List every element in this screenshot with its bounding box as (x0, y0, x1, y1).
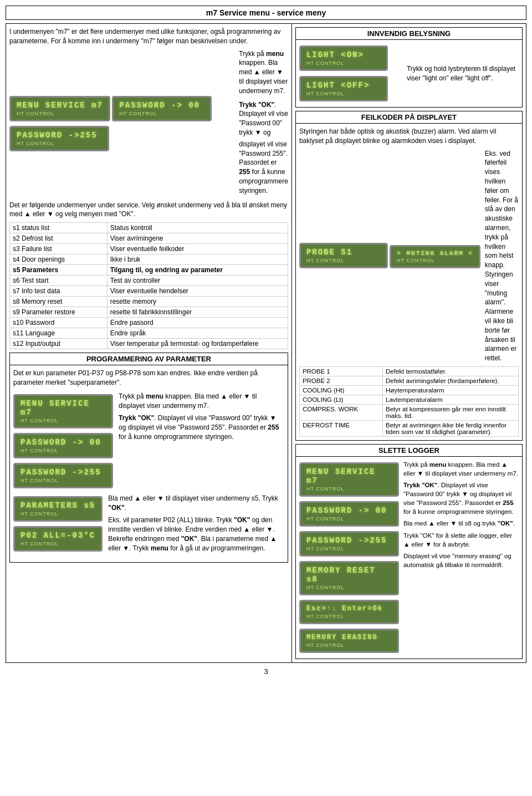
desc1-text: Trykk på menu knappen. Bla med ▲ eller ▼… (239, 49, 288, 96)
prog-desc-1-col: Trykk på menu knappen. Bla med ▲ eller ▼… (119, 392, 284, 444)
table-row: s3 Failure listViser eventuelle feilkode… (10, 244, 288, 254)
table-row: s2 Defrost listViser avrimingene (10, 233, 288, 244)
prog-lcd-pw255-sub: HT CONTROL (21, 478, 106, 483)
lcd-muting: > MUTING ALARM < HT CONTROL (390, 245, 480, 268)
feil-code: COOLING (Ht) (299, 385, 382, 395)
feilkoder-content: Styringen har både optisk og akustisk (b… (296, 124, 522, 440)
table-row: s6 Test startTest av controller (10, 275, 288, 286)
prog-lcd-pw00-text: PASSWORD -> 00 (21, 438, 106, 447)
lcd-probe: PROBE S1 HT CONTROL (299, 243, 388, 268)
lcd-password-00: PASSWORD -> 00 HT CONTROL (112, 96, 212, 121)
prog-lcds-1: MENU SERVICE m7 HT CONTROL PASSWORD -> 0… (13, 392, 113, 491)
prog-lcd-menu-text: MENU SERVICE m7 (21, 399, 106, 417)
lcd-password-255: PASSWORD ->255 HT CONTROL (9, 126, 109, 151)
submenu-desc: Viser avrimingene (107, 233, 288, 244)
lcd-muting-text: > MUTING ALARM < (397, 250, 473, 257)
table-row: s9 Parameter restoreresette til fabrikki… (10, 307, 288, 318)
submenu-item: s3 Failure list (10, 244, 108, 254)
lcd-menu-service-text: MENU SERVICE m7 (17, 101, 103, 110)
prog-lcd-pw255-text: PASSWORD ->255 (21, 468, 106, 477)
prog-section: PROGRAMMERING AV PARAMETER Det er kun pa… (9, 353, 288, 562)
slette-lcd1-text: MENU SERVICE m7 (306, 467, 392, 485)
submenu-desc: Status kontroll (107, 223, 288, 233)
prog-lcd-params: PARAMETERS s5 HT CONTROL (13, 496, 103, 522)
table-row: s12 Input/outputViser temperatur på term… (10, 339, 288, 349)
slette-lcd6: MEMORY ERASING HT CONTROL (299, 629, 399, 653)
feilkoder-intro: Styringen har både optisk og akustisk (b… (299, 127, 519, 146)
table-row: s5 ParametersTilgang til, og endring av … (10, 265, 288, 275)
slette-lcd4-sub: HT CONTROL (306, 585, 392, 590)
lcd-light-off: LIGHT <OFF> HT CONTROL (299, 76, 388, 101)
lcd-password-255-text: PASSWORD ->255 (17, 131, 102, 140)
desc2-text: Trykk "OK". Displayet vil vise "Password… (239, 100, 288, 137)
prog-lcds-2: PARAMETERS s5 HT CONTROL P02 ALL=-03°C H… (13, 494, 103, 554)
prog-lcd-pw255: PASSWORD ->255 HT CONTROL (13, 463, 113, 488)
slette-lcd3-text: PASSWORD ->255 (306, 536, 392, 545)
prog-lcd-menu-sub: HT CONTROL (21, 418, 106, 423)
prog-lcd-p02-text: P02 ALL=-03°C (21, 531, 95, 540)
lcd-light-on-sub: HT CONTROL (306, 60, 381, 66)
prog-lcd-params-text: PARAMETERS s5 (21, 501, 95, 510)
slette-lcd5-sub: HT CONTROL (306, 614, 392, 619)
submenu-item: s8 Memory reset (10, 297, 108, 307)
submenu-desc: Viser eventuelle feilkoder (107, 244, 288, 254)
slette-desc1: Trykk på menu knappen. Bla med ▲ eller ▼… (403, 460, 519, 478)
submenu-item-s5: s5 Parameters (10, 265, 108, 275)
lcd-desc-1: Trykk på menu knappen. Bla med ▲ eller ▼… (239, 49, 288, 198)
slette-desc3: Bla med ▲ eller ▼ til s8 og trykk "OK". (403, 519, 519, 528)
lcd-password-00-text: PASSWORD -> 00 (119, 101, 204, 110)
prog-lcd-p02: P02 ALL=-03°C HT CONTROL (13, 526, 103, 552)
prog-lcd-pw00-sub: HT CONTROL (21, 448, 106, 453)
feil-code: PROBE 1 (299, 366, 382, 376)
submenu-item: s7 Info test data (10, 286, 108, 297)
slette-lcd2-text: PASSWORD -> 00 (306, 506, 392, 515)
slette-content: MENU SERVICE m7 HT CONTROL PASSWORD -> 0… (296, 457, 522, 659)
two-col-layout: I undermenyen "m7" er det flere undermen… (6, 23, 526, 663)
submenu-desc: resette memory (107, 297, 288, 307)
table-row: COMPRES. WORKBetyr at kompressoren går m… (299, 404, 518, 420)
submenu-item: s2 Defrost list (10, 233, 108, 244)
intro-text: I undermenyen "m7" er det flere undermen… (9, 27, 288, 46)
slette-lcd2: PASSWORD -> 00 HT CONTROL (299, 501, 399, 527)
slette-desc-col: Trykk på menu knappen. Bla med ▲ eller ▼… (403, 460, 519, 572)
lcd-light-off-sub: HT CONTROL (306, 91, 381, 96)
feil-code: COMPRES. WORK (299, 404, 382, 420)
slette-desc2: Trykk "OK". Displayet vil vise "Password… (403, 481, 519, 516)
table-row: PROBE 1Defekt termostatføler. (299, 366, 518, 376)
submenu-desc: resette til fabrikkinnstillinger (107, 307, 288, 318)
innvendig-header: INNVENDIG BELYSNING (296, 28, 522, 40)
submenu-item: s10 Password (10, 318, 108, 328)
feil-code: PROBE 2 (299, 376, 382, 385)
table-row: s8 Memory resetresette memory (10, 297, 288, 307)
desc3-text: displayet vil vise "Password 255". Passo… (239, 140, 288, 196)
right-column: INNVENDIG BELYSNING LIGHT <ON> HT CONTRO… (292, 24, 526, 662)
feil-desc: Defekt termostatføler. (383, 366, 519, 376)
submenu-item: s1 status list (10, 223, 108, 233)
slette-lcd-col: MENU SERVICE m7 HT CONTROL PASSWORD -> 0… (299, 460, 399, 655)
submenu-desc-s5: Tilgang til, og endring av parameter (107, 265, 288, 275)
probe-desc: Eks. ved følerfeil vises hvilken føler o… (485, 149, 519, 363)
slette-desc4: Trykk "OK" for å slette alle logger, ell… (403, 531, 519, 549)
lcd-muting-sub: HT CONTROL (397, 258, 473, 263)
slette-lcd3: PASSWORD ->255 HT CONTROL (299, 531, 399, 557)
prog-desc3: Bla med ▲ eller ▼ til displayet viser un… (108, 494, 284, 513)
table-row: s10 PasswordEndre passord (10, 318, 288, 328)
submenu-item: s6 Test start (10, 275, 108, 286)
slette-desc5: Displayet vil vise "memory erasing" og a… (403, 552, 519, 569)
innvendig-section: INNVENDIG BELYSNING LIGHT <ON> HT CONTRO… (295, 27, 523, 108)
lcd-light-off-text: LIGHT <OFF> (306, 81, 381, 90)
feil-table: PROBE 1Defekt termostatføler. PROBE 2Def… (299, 366, 519, 437)
feil-desc: Betyr at avrimingen ikke ble ferdig inne… (383, 420, 519, 436)
submenu-table: s1 status listStatus kontroll s2 Defrost… (9, 222, 288, 349)
prog-header: PROGRAMMERING AV PARAMETER (10, 353, 288, 365)
lcd-row-1: MENU SERVICE m7 HT CONTROL PASSWORD -> 0… (9, 49, 288, 198)
prog-desc2: Trykk "OK". Displayet vil vise "Password… (119, 414, 284, 441)
prog-intro: Det er kun parameter P01-P37 og P58-P78 … (13, 369, 284, 387)
table-row: s4 Door openingsIkke i bruk (10, 254, 288, 265)
prog-lcd-pw00: PASSWORD -> 00 HT CONTROL (13, 433, 113, 458)
slette-lcd2-sub: HT CONTROL (306, 516, 392, 522)
prog-desc4: Eks. vil parameter P02 (ALL) blinke. Try… (108, 516, 284, 553)
lcd-probe-text: PROBE S1 (306, 248, 381, 257)
submenu-desc: Viser temperatur på termostat- og fordam… (107, 339, 288, 349)
lcd-menu-service-sub: HT CONTROL (17, 111, 103, 116)
